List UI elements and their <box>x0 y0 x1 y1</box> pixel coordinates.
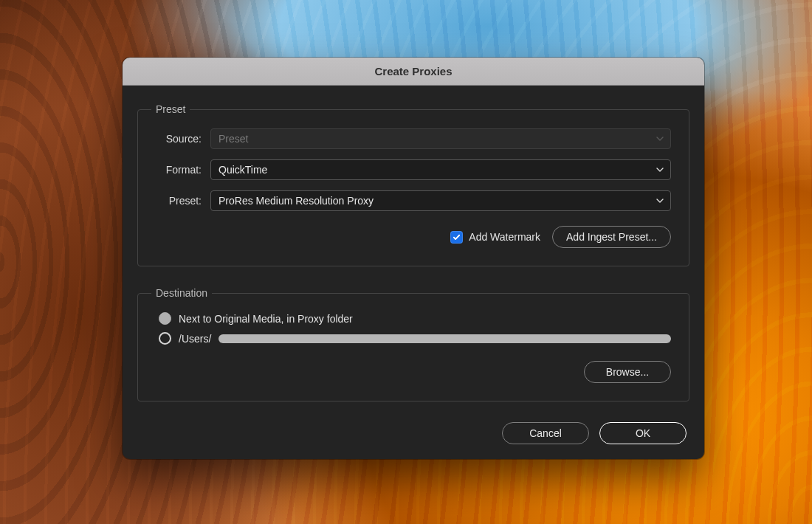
destination-legend: Destination <box>151 287 212 299</box>
radio-icon <box>159 312 171 325</box>
add-ingest-preset-button[interactable]: Add Ingest Preset... <box>552 226 671 248</box>
source-row: Source: Preset <box>156 128 671 149</box>
browse-button-label: Browse... <box>606 366 649 378</box>
preset-group: Preset Source: Preset Format: QuickTime <box>137 103 689 266</box>
radio-icon <box>159 332 171 345</box>
add-watermark-checkbox[interactable]: Add Watermark <box>450 231 540 244</box>
dialog-title: Create Proxies <box>374 65 452 77</box>
source-label: Source: <box>156 133 210 145</box>
format-select[interactable]: QuickTime <box>210 159 671 180</box>
dest-option-path-prefix: /Users/ <box>179 333 211 345</box>
dialog-footer: Cancel OK <box>137 422 689 444</box>
dest-option-next-to-label: Next to Original Media, in Proxy folder <box>179 313 353 325</box>
dialog-titlebar: Create Proxies <box>123 58 704 86</box>
checkmark-icon <box>450 231 463 244</box>
preset-row: Preset: ProRes Medium Resolution Proxy <box>156 190 671 211</box>
ok-button[interactable]: OK <box>599 422 687 444</box>
format-label: Format: <box>156 164 210 176</box>
ok-button-label: OK <box>636 427 650 439</box>
chevron-down-icon <box>656 165 664 174</box>
cancel-button-label: Cancel <box>529 427 562 439</box>
format-row: Format: QuickTime <box>156 159 671 180</box>
dest-option-path[interactable]: /Users/ <box>156 332 671 345</box>
add-watermark-label: Add Watermark <box>469 231 540 243</box>
preset-select-value: ProRes Medium Resolution Proxy <box>219 195 374 207</box>
preset-label: Preset: <box>156 195 210 207</box>
create-proxies-dialog: Create Proxies Preset Source: Preset For… <box>123 58 704 459</box>
preset-select[interactable]: ProRes Medium Resolution Proxy <box>210 190 671 211</box>
add-ingest-preset-label: Add Ingest Preset... <box>566 231 657 243</box>
preset-actions: Add Watermark Add Ingest Preset... <box>156 226 671 248</box>
preset-legend: Preset <box>151 103 190 115</box>
source-select-value: Preset <box>219 133 248 145</box>
destination-browse-row: Browse... <box>156 361 671 383</box>
destination-group: Destination Next to Original Media, in P… <box>137 287 689 401</box>
dest-option-next-to[interactable]: Next to Original Media, in Proxy folder <box>156 312 671 325</box>
format-select-value: QuickTime <box>219 164 267 176</box>
browse-button[interactable]: Browse... <box>584 361 671 383</box>
dialog-body: Preset Source: Preset Format: QuickTime <box>123 86 704 459</box>
chevron-down-icon <box>656 196 664 205</box>
cancel-button[interactable]: Cancel <box>502 422 589 444</box>
chevron-down-icon <box>656 134 664 143</box>
source-select[interactable]: Preset <box>210 128 671 149</box>
dest-path-field[interactable] <box>219 334 671 343</box>
